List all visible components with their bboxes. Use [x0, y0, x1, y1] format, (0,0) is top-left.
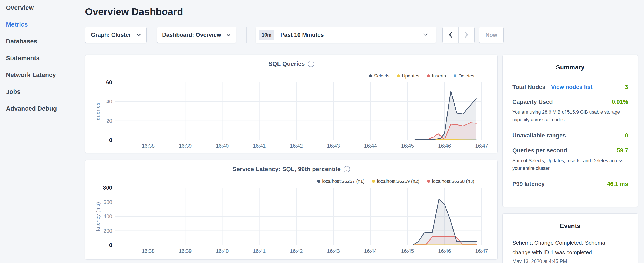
sidebar-item-databases[interactable]: Databases	[6, 38, 79, 45]
chevron-left-icon	[449, 32, 452, 38]
x-tick-label: 16:43	[315, 143, 352, 149]
dashboard-dropdown[interactable]: Dashboard: Overview	[157, 27, 236, 43]
summary-row: Queries per second59.7Sum of Selects, Up…	[512, 143, 628, 176]
summary-label: Total Nodes	[512, 84, 546, 90]
sidebar-item-overview[interactable]: Overview	[6, 4, 79, 11]
dashboard-dropdown-label: Dashboard: Overview	[162, 32, 221, 38]
x-tick-label: 16:38	[130, 248, 167, 254]
time-pager	[442, 27, 474, 43]
y-tick-label: 800	[90, 184, 112, 191]
summary-desc: You are using 28.6 MiB of 515.9 GiB usab…	[512, 108, 628, 124]
sidebar-list: OverviewMetricsDatabasesStatementsNetwor…	[0, 0, 79, 112]
time-range-badge: 10m	[259, 30, 274, 40]
summary-desc: Sum of Selects, Updates, Inserts, and De…	[512, 157, 628, 172]
graph-dropdown-label: Graph: Cluster	[91, 32, 131, 38]
summary-heading: Summary	[512, 64, 628, 71]
summary-value: 59.7	[617, 147, 628, 154]
event-item[interactable]: Schema Change Completed: Schema change w…	[512, 238, 628, 263]
chart-plot[interactable]	[85, 160, 498, 260]
summary-row: Capacity Used0.01%You are using 28.6 MiB…	[512, 94, 628, 128]
y-axis-title: latency (ms)	[95, 195, 101, 238]
chart-plot[interactable]	[85, 55, 498, 153]
y-axis-title: queries	[95, 90, 101, 133]
x-tick-label: 16:47	[463, 143, 500, 149]
time-range-label: Past 10 Minutes	[280, 32, 324, 38]
chevron-right-icon	[465, 32, 468, 38]
sidebar-item-statements[interactable]: Statements	[6, 55, 79, 62]
x-tick-label: 16:45	[389, 143, 426, 149]
summary-label: Capacity Used	[512, 99, 553, 105]
summary-rows: Total NodesView nodes list3Capacity Used…	[512, 79, 628, 191]
x-tick-label: 16:46	[426, 248, 463, 254]
sidebar-item-jobs[interactable]: Jobs	[6, 88, 79, 95]
x-tick-label: 16:41	[241, 248, 278, 254]
summary-row-head: P99 latency46.1 ms	[512, 181, 628, 187]
x-tick-label: 16:45	[389, 248, 426, 254]
x-tick-label: 16:39	[167, 248, 204, 254]
x-tick-label: 16:47	[463, 248, 500, 254]
x-tick-label: 16:39	[167, 143, 204, 149]
chevron-down-icon	[423, 34, 428, 36]
summary-value: 3	[625, 84, 628, 90]
sidebar-item-network-latency[interactable]: Network Latency	[6, 72, 79, 78]
summary-row: Total NodesView nodes list3	[512, 79, 628, 94]
sidebar: OverviewMetricsDatabasesStatementsNetwor…	[0, 0, 79, 263]
x-tick-label: 16:46	[426, 143, 463, 149]
now-button[interactable]: Now	[479, 27, 504, 43]
view-nodes-link[interactable]: View nodes list	[551, 84, 592, 90]
event-message: Schema Change Completed: Schema change w…	[512, 238, 612, 257]
chart-card-1: Service Latency: SQL, 99th percentile lo…	[85, 160, 498, 259]
x-tick-label: 16:40	[204, 248, 241, 254]
summary-value: 0	[625, 132, 628, 139]
y-tick-label: 0	[90, 137, 112, 143]
summary-value: 46.1 ms	[607, 181, 628, 187]
x-tick-label: 16:40	[204, 143, 241, 149]
summary-row-head: Unavailable ranges0	[512, 132, 628, 139]
sidebar-item-metrics[interactable]: Metrics	[6, 21, 79, 28]
events-list: Schema Change Completed: Schema change w…	[512, 238, 628, 263]
chevron-down-icon	[136, 34, 141, 36]
controls-divider	[246, 27, 247, 43]
x-tick-label: 16:44	[352, 248, 389, 254]
y-tick-label: 60	[90, 79, 112, 86]
next-interval-button[interactable]	[458, 27, 474, 43]
time-range-selector[interactable]: 10m Past 10 Minutes	[256, 27, 436, 43]
x-tick-label: 16:43	[315, 248, 352, 254]
x-tick-label: 16:42	[278, 143, 315, 149]
summary-panel: Summary Total NodesView nodes list3Capac…	[502, 55, 638, 207]
x-tick-label: 16:38	[130, 143, 167, 149]
summary-label: Queries per second	[512, 147, 567, 154]
sidebar-item-advanced-debug[interactable]: Advanced Debug	[6, 105, 79, 112]
summary-value: 0.01%	[612, 99, 628, 105]
page-title: Overview Dashboard	[85, 6, 183, 18]
summary-row-head: Capacity Used0.01%	[512, 99, 628, 105]
summary-label: P99 latency	[512, 181, 545, 187]
x-tick-label: 16:42	[278, 248, 315, 254]
graph-dropdown[interactable]: Graph: Cluster	[85, 27, 147, 43]
prev-interval-button[interactable]	[443, 27, 458, 43]
summary-row: Unavailable ranges0	[512, 128, 628, 143]
app-root: OverviewMetricsDatabasesStatementsNetwor…	[0, 0, 644, 263]
x-tick-label: 16:41	[241, 143, 278, 149]
events-panel: Events Schema Change Completed: Schema c…	[502, 213, 638, 263]
summary-label: Unavailable ranges	[512, 132, 566, 139]
chevron-down-icon	[226, 34, 231, 36]
summary-row: P99 latency46.1 ms	[512, 176, 628, 191]
event-timestamp: May 13, 2020 at 4:45 PM	[512, 258, 628, 263]
summary-row-head: Queries per second59.7	[512, 147, 628, 154]
x-tick-label: 16:44	[352, 143, 389, 149]
y-tick-label: 0	[90, 242, 112, 248]
summary-row-head: Total NodesView nodes list3	[512, 84, 628, 90]
chart-card-0: SQL Queries SelectsUpdatesInsertsDeletes…	[85, 55, 498, 153]
events-heading: Events	[512, 222, 628, 229]
